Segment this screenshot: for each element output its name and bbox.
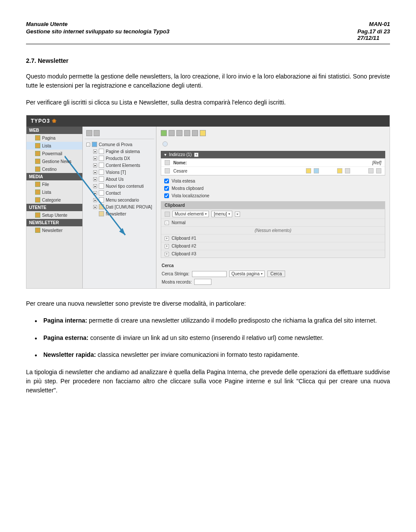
close-icon[interactable]: ×	[235, 212, 240, 217]
expand-icon[interactable]: ▸	[93, 150, 97, 153]
bulb-icon[interactable]	[200, 130, 206, 136]
search-button[interactable]: Cerca	[267, 271, 285, 277]
clipboard-title: Clipboard	[161, 202, 385, 209]
clip-slot-3[interactable]: Clipboard #3	[172, 251, 196, 256]
nav-item-cestino[interactable]: Cestino	[26, 165, 82, 173]
search-panel: Cerca Cerca Stringa: Questa pagina▾ Cerc…	[161, 261, 385, 286]
search-scope-select[interactable]: Questa pagina▾	[229, 271, 265, 277]
delete-icon[interactable]	[345, 168, 350, 173]
tree-item[interactable]: ▸About Us	[91, 176, 154, 183]
clip-empty: (Nessun elemento)	[255, 228, 291, 233]
trash-icon	[35, 166, 40, 172]
page-icon	[99, 170, 104, 175]
tree-item[interactable]: ▸Contact	[91, 189, 154, 196]
nav-group-media[interactable]: MEDIA	[26, 173, 82, 180]
expand-icon[interactable]: +	[165, 236, 169, 241]
add-icon[interactable]: +	[194, 153, 198, 157]
clip-slot-2[interactable]: Clipboard #2	[172, 244, 196, 248]
page-icon	[99, 163, 104, 168]
checkbox-localizzazione[interactable]	[164, 193, 169, 198]
nav-item-setup-utente[interactable]: Setup Utente	[26, 211, 82, 219]
expand-icon[interactable]: ▸	[93, 191, 97, 195]
expand-icon[interactable]: ▸	[93, 177, 97, 181]
reload-icon[interactable]	[161, 130, 167, 136]
tree-item[interactable]: ▸Nuovi tipo contenuti	[91, 183, 154, 189]
person-icon	[165, 168, 170, 173]
search-string-label: Cerca Stringa:	[162, 271, 189, 276]
list-icon	[35, 143, 40, 148]
search-title: Cerca	[161, 261, 385, 270]
edit-icon[interactable]	[306, 168, 311, 173]
row-name[interactable]: Cesare	[173, 169, 187, 173]
record-icon[interactable]	[165, 160, 170, 165]
expand-icon[interactable]: ▸	[93, 163, 97, 167]
doc-title-left: Manuale Utente	[26, 21, 68, 27]
export-icon[interactable]	[184, 130, 190, 136]
nav-item-media-lista[interactable]: Lista	[26, 188, 82, 196]
copy-icon[interactable]	[368, 168, 374, 173]
tree-item[interactable]: ▸Products DX	[91, 155, 154, 162]
expand-icon[interactable]: +	[165, 244, 169, 248]
panel-indirizzo-head[interactable]: ▾ Indirizzo (1) +	[161, 151, 385, 158]
check-vista-estesa[interactable]: Vista estesa	[161, 177, 385, 185]
bullet-list: Pagina interna: permette di creare una n…	[26, 316, 390, 360]
checkbox-vista-estesa[interactable]	[164, 179, 169, 183]
view-icon[interactable]	[176, 130, 182, 136]
help-icon[interactable]	[162, 141, 168, 147]
bullet-esterna: Pagina esterna: consente di inviare un l…	[43, 333, 390, 343]
page-icon	[99, 183, 104, 189]
clip-normal[interactable]: Normal	[172, 220, 185, 225]
tree-item[interactable]: ▸Pagine di sistema	[91, 148, 154, 155]
check-vista-localizzazione[interactable]: Vista localizzazione	[161, 192, 385, 199]
clipboard-icon	[165, 212, 170, 217]
search-string-input[interactable]	[192, 271, 227, 277]
cut-icon[interactable]	[376, 168, 381, 173]
tree-item[interactable]: ▸Dati [CUMUNE PROVA]	[91, 203, 154, 210]
bullet-rapida: Newsletter rapida: classica newsletter p…	[43, 350, 390, 360]
show-records-input[interactable]	[194, 279, 211, 285]
tree-edit-icon[interactable]	[86, 130, 92, 136]
tree-filter-icon[interactable]	[94, 130, 100, 136]
chevron-down-icon: ▾	[205, 212, 207, 216]
nav-item-newsletter[interactable]: Newsletter	[26, 226, 82, 234]
nav-item-categorie[interactable]: Categorie	[26, 196, 82, 204]
plus-icon[interactable]	[169, 130, 175, 136]
col-ref-label: [Ref]	[372, 160, 381, 165]
nav-item-news[interactable]: Gestione News	[26, 157, 82, 165]
clip-slot-1[interactable]: Clipboard #1	[172, 236, 196, 241]
globe-icon	[92, 142, 97, 147]
tree-root[interactable]: -Comune di Prova	[84, 141, 154, 148]
page-tree: -Comune di Prova ▸Pagine di sistema ▸Pro…	[83, 127, 156, 288]
checkbox-clipboard[interactable]	[164, 186, 169, 191]
tree-item[interactable]: ▸Menu secondario	[91, 196, 154, 203]
nav-group-newsletter[interactable]: NEWSLETTER	[26, 219, 82, 226]
expand-icon[interactable]: ▸	[93, 170, 97, 174]
select-menu[interactable]: [menu]▾	[211, 211, 232, 217]
nav-item-file[interactable]: File	[26, 180, 82, 188]
check-mostra-clipboard[interactable]: Mostra clipboard	[161, 185, 385, 192]
expand-icon[interactable]: +	[165, 252, 169, 256]
collapse-icon[interactable]: -	[86, 143, 90, 147]
panel-indirizzo: Nome: [Ref] Cesare	[161, 158, 385, 176]
nav-item-powermail[interactable]: Powermail	[26, 150, 82, 157]
expand-icon[interactable]: ▸	[93, 205, 97, 209]
expand-icon[interactable]: ▸	[93, 157, 97, 160]
nav-group-utente[interactable]: UTENTE	[26, 204, 82, 211]
nav-item-pagina[interactable]: Pagina	[26, 134, 82, 142]
tree-item[interactable]: ▸Content Elements	[91, 162, 154, 169]
collapse-icon[interactable]: -	[165, 221, 169, 225]
tree-item-newsletter[interactable]: Newsletter	[91, 210, 154, 217]
page-icon	[99, 149, 104, 154]
page-icon	[99, 190, 104, 196]
nav-group-web[interactable]: WEB	[26, 127, 82, 134]
expand-icon[interactable]: ▸	[93, 184, 97, 188]
nav-item-lista[interactable]: Lista	[26, 142, 82, 150]
tree-item[interactable]: ▸Visions [T]	[91, 169, 154, 176]
csv-icon[interactable]	[192, 130, 198, 136]
folder-icon	[35, 197, 40, 202]
info-icon[interactable]	[314, 168, 319, 173]
expand-icon[interactable]: ▸	[93, 198, 97, 202]
select-muovi[interactable]: Muovi elementi▾	[172, 211, 209, 217]
list-icon	[35, 189, 40, 195]
hide-icon[interactable]	[337, 168, 342, 173]
